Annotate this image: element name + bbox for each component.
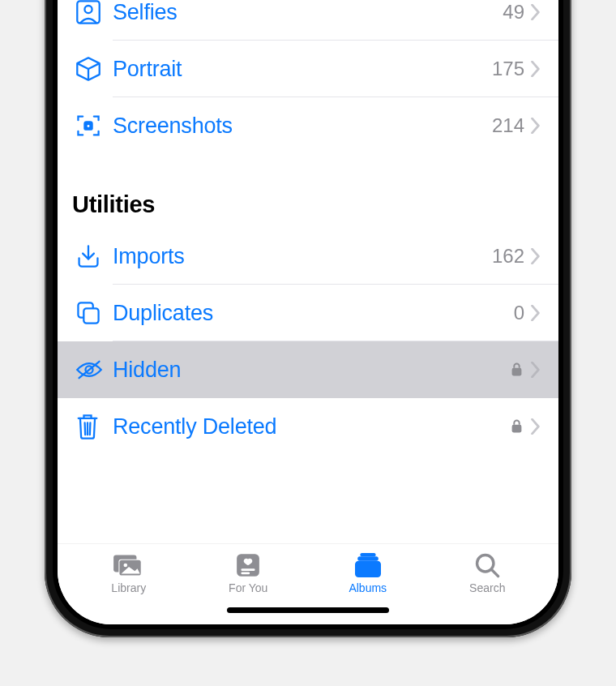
chevron-right-icon bbox=[531, 248, 541, 264]
duplicates-icon bbox=[75, 299, 113, 327]
svg-rect-11 bbox=[512, 425, 522, 433]
phone-inner: Selfies 49 Po bbox=[53, 0, 563, 629]
svg-rect-17 bbox=[242, 568, 255, 571]
album-row-portrait[interactable]: Portrait 175 bbox=[58, 41, 558, 97]
svg-rect-20 bbox=[357, 556, 379, 560]
utility-label: Recently Deleted bbox=[113, 414, 511, 439]
library-icon bbox=[112, 552, 146, 578]
svg-rect-21 bbox=[355, 561, 381, 577]
svg-rect-18 bbox=[242, 572, 250, 575]
tab-search[interactable]: Search bbox=[447, 552, 528, 594]
album-label: Portrait bbox=[113, 57, 492, 82]
album-row-selfies[interactable]: Selfies 49 bbox=[58, 0, 558, 41]
phone-frame: Selfies 49 Po bbox=[45, 0, 571, 637]
svg-line-23 bbox=[492, 570, 498, 577]
svg-line-10 bbox=[90, 422, 91, 435]
tab-for-you[interactable]: For You bbox=[207, 552, 289, 594]
tab-albums[interactable]: Albums bbox=[327, 552, 409, 594]
album-count: 49 bbox=[503, 1, 524, 24]
album-row-screenshots[interactable]: Screenshots 214 bbox=[58, 97, 558, 154]
utility-row-hidden[interactable]: Hidden bbox=[58, 341, 558, 398]
albums-list[interactable]: Selfies 49 Po bbox=[58, 0, 558, 543]
tab-label: Library bbox=[111, 581, 146, 594]
lock-icon bbox=[511, 418, 523, 435]
album-count: 214 bbox=[492, 114, 524, 137]
chevron-right-icon bbox=[531, 362, 541, 378]
utility-count: 162 bbox=[492, 245, 524, 268]
screenshots-icon bbox=[75, 112, 113, 139]
screen: Selfies 49 Po bbox=[58, 0, 558, 624]
section-header-utilities: Utilities bbox=[58, 154, 558, 228]
tab-library[interactable]: Library bbox=[88, 552, 169, 594]
album-label: Screenshots bbox=[113, 114, 492, 139]
svg-point-15 bbox=[123, 564, 127, 568]
svg-rect-19 bbox=[360, 553, 375, 556]
svg-line-8 bbox=[85, 422, 86, 435]
svg-rect-4 bbox=[83, 308, 98, 323]
selfies-icon bbox=[75, 0, 113, 26]
chevron-right-icon bbox=[531, 61, 541, 77]
for-you-icon bbox=[231, 552, 265, 578]
home-indicator[interactable] bbox=[227, 607, 389, 613]
tab-label: Search bbox=[469, 581, 505, 594]
svg-point-2 bbox=[86, 124, 90, 128]
imports-icon bbox=[75, 242, 113, 270]
portrait-icon bbox=[75, 55, 113, 83]
chevron-right-icon bbox=[531, 4, 541, 20]
svg-point-1 bbox=[84, 6, 92, 13]
svg-rect-0 bbox=[77, 1, 99, 23]
utility-row-duplicates[interactable]: Duplicates 0 bbox=[58, 285, 558, 341]
search-icon bbox=[470, 552, 504, 578]
tab-label: For You bbox=[229, 581, 267, 594]
utility-label: Imports bbox=[113, 244, 492, 269]
trash-icon bbox=[75, 413, 113, 440]
chevron-right-icon bbox=[531, 418, 541, 435]
albums-icon bbox=[351, 552, 385, 578]
utility-count: 0 bbox=[514, 302, 524, 324]
chevron-right-icon bbox=[531, 305, 541, 321]
tab-label: Albums bbox=[349, 581, 387, 594]
chevron-right-icon bbox=[531, 118, 541, 134]
utility-row-imports[interactable]: Imports 162 bbox=[58, 228, 558, 285]
album-label: Selfies bbox=[113, 0, 503, 25]
hidden-icon bbox=[75, 356, 113, 384]
utility-label: Hidden bbox=[113, 358, 511, 383]
album-count: 175 bbox=[492, 58, 524, 80]
svg-rect-7 bbox=[512, 368, 522, 376]
lock-icon bbox=[511, 362, 523, 378]
utility-label: Duplicates bbox=[113, 301, 514, 326]
utility-row-recently-deleted[interactable]: Recently Deleted bbox=[58, 398, 558, 455]
